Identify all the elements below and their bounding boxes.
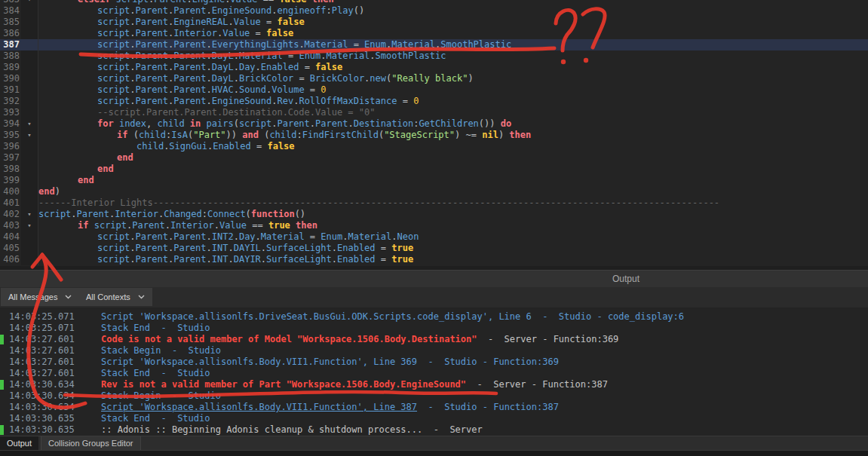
code-token: Material: [261, 231, 305, 242]
code-line[interactable]: 406script.Parent.Parent.INT.DAYIR.Surfac…: [0, 254, 868, 265]
code-line[interactable]: 383▾elseif script.Parent.Engine.Value ==…: [0, 0, 868, 5]
code-line[interactable]: 387script.Parent.Parent.EverythingLights…: [0, 39, 868, 50]
code-text: child.SignGui.Enabled = false: [38, 141, 295, 152]
code-line[interactable]: 389script.Parent.Parent.DayL.Day.Enabled…: [0, 62, 868, 73]
code-token: DAYIR: [234, 254, 261, 265]
script-editor[interactable]: 383▾elseif script.Parent.Engine.Value ==…: [0, 0, 868, 266]
code-line[interactable]: 395▾if (child:IsA("Part")) and (child:Fi…: [0, 130, 868, 141]
code-line[interactable]: 393--script.Parent.Parent.Destination.Co…: [0, 107, 868, 118]
code-token: Material: [239, 50, 283, 61]
code-line[interactable]: 390script.Parent.Parent.DayL.BrickColor …: [0, 73, 868, 84]
code-token: Parent: [136, 62, 168, 72]
line-number: 390: [0, 73, 21, 84]
code-line[interactable]: 385script.Parent.EngineREAL.Value = fals…: [0, 17, 868, 28]
code-text: script.Parent.Parent.DayL.Day.Enabled = …: [38, 62, 342, 73]
code-line[interactable]: 396child.SignGui.Enabled = false: [0, 141, 868, 152]
code-line[interactable]: 398end: [0, 164, 868, 175]
tab-collision-groups-editor[interactable]: Collision Groups Editor: [41, 436, 141, 450]
code-token: Parent: [136, 254, 168, 265]
code-token: "Part": [193, 130, 225, 140]
code-token: .: [207, 254, 212, 265]
output-row: 14:03:27.601Stack Begin - Studio: [0, 345, 868, 357]
code-token: .: [271, 5, 277, 16]
fold-gutter: [21, 231, 38, 243]
code-token: --script.Parent.Parent.Destination.Code.…: [97, 107, 375, 118]
tab-output[interactable]: Output: [0, 436, 38, 450]
code-token: Enabled: [337, 254, 376, 265]
output-panel-header[interactable]: Output: [0, 270, 868, 288]
code-token: script: [94, 220, 127, 231]
code-token: Play: [332, 5, 354, 16]
code-token: end: [78, 175, 94, 185]
code-line[interactable]: 397end: [0, 152, 868, 164]
log-timestamp: 14:03:27.601: [9, 368, 101, 379]
output-log[interactable]: 14:03:25.071Script 'Workspace.allisonlfs…: [0, 308, 868, 436]
log-marker: [0, 335, 4, 344]
code-line[interactable]: 401------Interior Lights----------------…: [0, 197, 868, 209]
fold-gutter: [21, 5, 38, 17]
messages-filter-dropdown[interactable]: All Messages: [1, 288, 79, 306]
code-token: function: [251, 209, 295, 219]
code-token: false: [266, 28, 293, 38]
output-filter-bar: All Messages All Contexts: [0, 287, 868, 308]
fold-arrow-icon[interactable]: ▾: [21, 130, 38, 141]
code-token: ==: [257, 0, 279, 5]
code-token: false: [267, 141, 294, 151]
log-timestamp: 14:03:30.634: [9, 402, 101, 413]
output-panel-title: Output: [612, 271, 639, 288]
code-token: "Really black": [391, 73, 468, 84]
code-token: Interior: [115, 209, 158, 219]
log-marker: [0, 425, 4, 435]
stack-trace-link[interactable]: Script 'Workspace.allisonlfs.Body.VII1.F…: [101, 402, 417, 412]
fold-arrow-icon[interactable]: ▾: [21, 0, 38, 5]
fold-gutter: [21, 186, 38, 197]
code-line[interactable]: 386script.Parent.Interior.Value = false: [0, 28, 868, 39]
code-token: Connect: [207, 209, 246, 219]
code-token: Sound: [239, 84, 266, 95]
line-number: 394: [0, 118, 21, 130]
code-line[interactable]: 400end): [0, 186, 868, 197]
code-line[interactable]: 404script.Parent.Parent.INT2.Day.Materia…: [0, 231, 868, 243]
code-token: child: [139, 130, 166, 140]
code-line[interactable]: 391script.Parent.Parent.HVAC.Sound.Volum…: [0, 84, 868, 96]
code-token: =: [293, 73, 310, 84]
code-token: ~=: [460, 130, 482, 140]
code-token: ): [468, 73, 473, 84]
fold-gutter: [21, 84, 38, 96]
log-message: Stack Begin - Studio: [101, 345, 221, 356]
code-token: script: [97, 28, 130, 38]
code-token: end: [97, 164, 114, 174]
code-token: Parent: [173, 73, 206, 84]
fold-arrow-icon[interactable]: ▾: [21, 118, 38, 130]
fold-arrow-icon[interactable]: ▾: [21, 209, 38, 220]
code-line[interactable]: 394▾for index, child in pairs(script.Par…: [0, 118, 868, 130]
code-token: .: [228, 17, 233, 27]
code-line[interactable]: 399end: [0, 175, 868, 186]
code-token: pairs: [207, 118, 234, 129]
code-token: Parent: [136, 28, 168, 38]
code-line[interactable]: 392script.Parent.Parent.EngineSound.Rev.…: [0, 96, 868, 107]
code-token: Parent: [173, 84, 206, 95]
code-token: Parent: [136, 84, 168, 95]
code-text: end: [38, 175, 94, 186]
code-line[interactable]: 384script.Parent.Parent.EngineSound.engi…: [0, 5, 868, 17]
line-number: 402: [0, 209, 21, 220]
code-token: Neon: [397, 231, 419, 242]
log-message: Stack End - Studio: [101, 368, 210, 378]
code-token: script: [97, 62, 130, 72]
code-line[interactable]: 388script.Parent.Parent.DayL.Material = …: [0, 50, 868, 62]
contexts-filter-label: All Contexts: [86, 292, 130, 301]
fold-arrow-icon[interactable]: ▾: [21, 220, 38, 231]
contexts-filter-dropdown[interactable]: All Contexts: [78, 288, 152, 306]
code-line[interactable]: 403▾if script.Parent.Interior.Value == t…: [0, 220, 868, 231]
code-token: then: [307, 0, 334, 5]
fold-gutter: [21, 39, 38, 50]
code-line[interactable]: 402▾script.Parent.Interior.Changed:Conne…: [0, 209, 868, 220]
code-token: INT: [212, 254, 229, 265]
roblox-studio-script-view: 383▾elseif script.Parent.Engine.Value ==…: [0, 0, 868, 456]
line-number: 386: [0, 28, 21, 39]
code-line[interactable]: 405script.Parent.Parent.INT.DAYIL.Surfac…: [0, 243, 868, 254]
code-token: HVAC: [212, 84, 234, 95]
code-token: Interior: [173, 28, 217, 38]
tab-collision-groups-editor-label: Collision Groups Editor: [48, 439, 133, 448]
